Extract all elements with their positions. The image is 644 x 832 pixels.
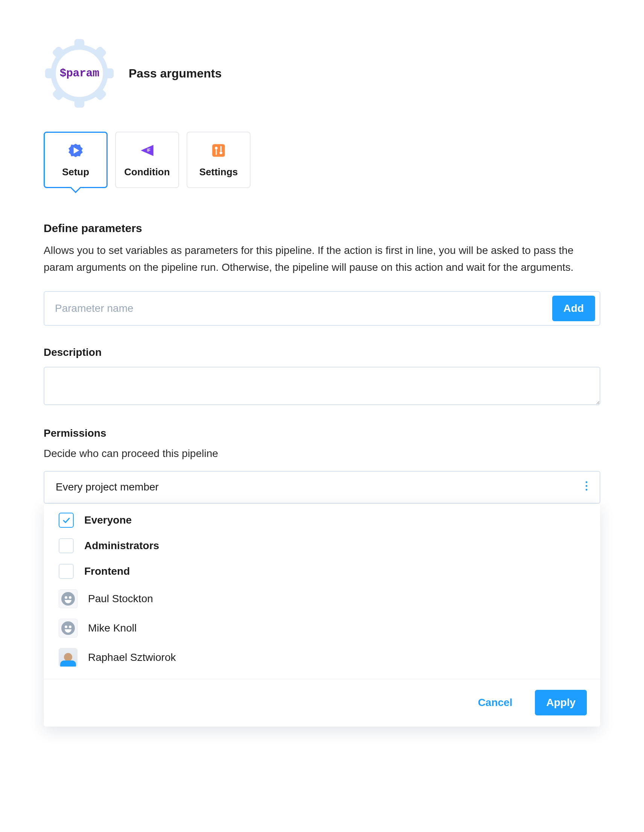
- checkbox-icon: [59, 538, 74, 553]
- permissions-subtext: Decide who can proceed this pipeline: [44, 448, 600, 460]
- tab-label: Setup: [62, 166, 89, 178]
- param-gear-badge: $param: [44, 38, 115, 109]
- checkbox-icon: [59, 564, 74, 579]
- svg-point-19: [586, 485, 588, 487]
- permissions-dropdown-trigger[interactable]: Every project member: [44, 471, 600, 504]
- settings-icon: [210, 142, 227, 159]
- permissions-dropdown-panel: Everyone Administrators Frontend Paul St…: [44, 504, 600, 727]
- tab-label: Settings: [199, 166, 238, 178]
- option-label: Paul Stockton: [88, 593, 153, 605]
- option-label: Frontend: [84, 565, 130, 578]
- avatar: [59, 589, 77, 608]
- tab-settings[interactable]: Settings: [187, 132, 250, 188]
- description-textarea[interactable]: [44, 367, 600, 405]
- dropdown-footer: Cancel Apply: [44, 679, 600, 727]
- option-label: Everyone: [84, 514, 132, 526]
- permission-option-everyone[interactable]: Everyone: [44, 507, 600, 533]
- option-label: Raphael Sztwiorok: [88, 651, 176, 664]
- option-label: Mike Knoll: [88, 622, 136, 634]
- param-badge-text: $param: [59, 67, 99, 80]
- condition-icon: IF: [139, 142, 155, 159]
- action-config-panel: $param Pass arguments Setup IF Condition: [14, 15, 630, 749]
- svg-rect-13: [212, 144, 225, 157]
- avatar: [59, 648, 77, 667]
- tab-condition[interactable]: IF Condition: [115, 132, 179, 188]
- permission-option-frontend[interactable]: Frontend: [44, 558, 600, 584]
- checkbox-icon: [59, 513, 74, 528]
- option-label: Administrators: [84, 540, 159, 552]
- header: $param Pass arguments: [44, 38, 600, 109]
- apply-button[interactable]: Apply: [535, 690, 587, 715]
- more-dots-icon: [585, 481, 588, 494]
- tab-setup[interactable]: Setup: [44, 132, 107, 188]
- svg-text:IF: IF: [147, 148, 151, 152]
- tab-label: Condition: [124, 166, 170, 178]
- permissions-label: Permissions: [44, 427, 600, 439]
- parameter-name-input[interactable]: [55, 302, 552, 314]
- tab-bar: Setup IF Condition Settings: [44, 132, 600, 188]
- define-description: Allows you to set variables as parameter…: [44, 242, 585, 276]
- parameter-input-row: Add: [44, 291, 600, 326]
- cancel-button[interactable]: Cancel: [466, 690, 524, 715]
- permission-option-user[interactable]: Mike Knoll: [44, 613, 600, 643]
- setup-icon: [67, 142, 84, 159]
- svg-point-16: [219, 151, 222, 154]
- permission-option-administrators[interactable]: Administrators: [44, 533, 600, 558]
- svg-point-20: [586, 489, 588, 490]
- svg-point-14: [215, 147, 218, 149]
- permission-option-user[interactable]: Raphael Sztwiorok: [44, 643, 600, 672]
- svg-point-18: [586, 481, 588, 483]
- description-label: Description: [44, 346, 600, 358]
- avatar: [59, 619, 77, 638]
- add-button[interactable]: Add: [552, 296, 595, 321]
- page-title: Pass arguments: [129, 67, 221, 80]
- permission-option-user[interactable]: Paul Stockton: [44, 584, 600, 613]
- permissions-selected-text: Every project member: [56, 481, 159, 493]
- define-heading: Define parameters: [44, 222, 600, 235]
